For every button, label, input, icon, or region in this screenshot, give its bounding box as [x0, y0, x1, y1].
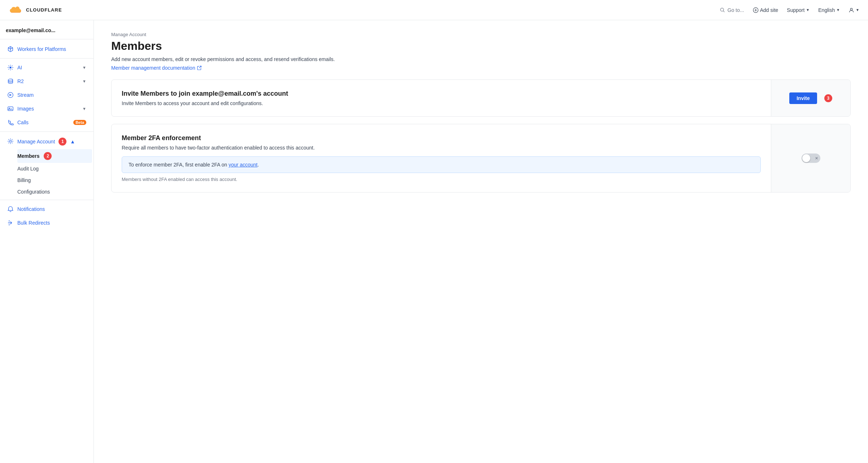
svg-point-9 [9, 220, 10, 221]
twofa-notice: To enforce member 2FA, first enable 2FA … [122, 156, 761, 173]
toggle-knob [802, 154, 810, 162]
sidebar-label-images: Images [17, 106, 79, 112]
sidebar-subitem-configurations[interactable]: Configurations [17, 186, 92, 198]
images-icon [7, 105, 14, 112]
twofa-account-link-label: your account [229, 162, 257, 168]
invite-card: Invite Members to join example@email.com… [111, 79, 851, 117]
user-menu[interactable]: ▼ [849, 7, 859, 13]
manage-account-badge: 1 [58, 138, 66, 146]
sidebar-label-notifications: Notifications [17, 206, 86, 212]
sidebar-item-images[interactable]: Images ▼ [1, 102, 92, 116]
sidebar-label-workers-for-platforms: Workers for Platforms [17, 46, 86, 52]
twofa-card-desc: Require all members to have two-factor a… [122, 145, 761, 151]
sidebar-divider-3 [0, 200, 94, 200]
gear-icon [7, 138, 14, 146]
logo-text: CLOUDFLARE [26, 7, 62, 13]
add-site-label: Add site [760, 7, 778, 13]
sidebar-divider-2 [0, 131, 94, 132]
page-description: Add new account members, edit or revoke … [111, 56, 851, 62]
sidebar-item-r2[interactable]: R2 ▼ [1, 74, 92, 88]
language-label: English [818, 7, 835, 13]
twofa-toggle[interactable]: ✕ [802, 153, 820, 163]
svg-point-8 [9, 140, 11, 142]
invite-button[interactable]: Invite [789, 92, 817, 104]
sidebar-item-ai[interactable]: AI ▼ [1, 61, 92, 74]
invite-action-group: Invite 3 [789, 92, 832, 104]
twofa-account-link[interactable]: your account [229, 162, 257, 168]
sidebar-item-bulk-redirects[interactable]: Bulk Redirects [1, 216, 92, 230]
members-label: Members [17, 153, 39, 159]
twofa-status-text: Members without 2FA enabled can access t… [122, 177, 761, 182]
main-content: Manage Account Members Add new account m… [94, 20, 868, 463]
manage-account-chevron-icon: ▲ [70, 139, 75, 144]
doc-link[interactable]: Member management documentation [111, 65, 202, 71]
invite-card-action: Invite 3 [771, 80, 850, 116]
sidebar-item-manage-account[interactable]: Manage Account 1 ▲ [1, 134, 92, 149]
r2-chevron-icon: ▼ [82, 79, 86, 83]
invite-card-desc: Invite Members to access your account an… [122, 100, 761, 106]
twofa-card-title: Member 2FA enforcement [122, 134, 761, 142]
manage-account-submenu: Members 2 Audit Log Billing Configuratio… [0, 149, 94, 198]
support-button[interactable]: Support ▼ [787, 7, 810, 13]
sidebar: example@email.co... Workers for Platform… [0, 20, 94, 463]
sidebar-item-workers-for-platforms[interactable]: Workers for Platforms [1, 42, 92, 56]
logo[interactable]: CLOUDFLARE [9, 5, 62, 15]
goto-button[interactable]: Go to... [720, 7, 744, 13]
user-chevron-icon: ▼ [856, 8, 859, 12]
invite-card-content: Invite Members to join example@email.com… [112, 80, 771, 116]
svg-point-10 [9, 225, 10, 225]
sidebar-item-stream[interactable]: Stream [1, 88, 92, 102]
configurations-label: Configurations [17, 189, 50, 195]
svg-point-3 [9, 66, 11, 68]
sidebar-label-r2: R2 [17, 78, 79, 84]
twofa-notice-text: To enforce member 2FA, first enable 2FA … [129, 162, 229, 168]
support-label: Support [787, 7, 804, 13]
svg-point-0 [720, 8, 724, 11]
toggle-x-icon: ✕ [815, 156, 818, 161]
language-chevron-icon: ▼ [836, 8, 840, 12]
sidebar-label-ai: AI [17, 65, 79, 70]
calls-icon [7, 119, 14, 126]
cube-icon [7, 46, 14, 52]
invite-card-title: Invite Members to join example@email.com… [122, 90, 761, 98]
twofa-notice-period: . [257, 162, 259, 168]
sidebar-label-stream: Stream [17, 92, 86, 98]
sidebar-subitem-members[interactable]: Members 2 [17, 149, 92, 163]
sidebar-label-bulk-redirects: Bulk Redirects [17, 220, 86, 226]
support-chevron-icon: ▼ [806, 8, 810, 12]
cloudflare-logo-icon [9, 5, 23, 15]
add-site-button[interactable]: Add site [753, 7, 778, 13]
calls-beta-badge: Beta [73, 120, 86, 125]
ai-icon [7, 64, 14, 71]
user-icon [849, 7, 854, 13]
svg-point-2 [850, 8, 852, 10]
top-navigation: CLOUDFLARE Go to... Add site Support ▼ E… [0, 0, 868, 20]
twofa-card-content: Member 2FA enforcement Require all membe… [112, 124, 771, 192]
sidebar-item-calls[interactable]: Calls Beta [1, 116, 92, 129]
svg-point-4 [8, 79, 13, 81]
sidebar-label-manage-account: Manage Account [17, 139, 55, 144]
sidebar-item-notifications[interactable]: Notifications [1, 202, 92, 216]
twofa-card-action: ✕ [771, 124, 850, 192]
sidebar-subitem-billing[interactable]: Billing [17, 174, 92, 186]
members-badge: 2 [44, 152, 52, 160]
r2-icon [7, 78, 14, 85]
images-chevron-icon: ▼ [82, 107, 86, 111]
doc-link-label: Member management documentation [111, 65, 195, 71]
sidebar-label-calls: Calls [17, 120, 70, 125]
breadcrumb: Manage Account [111, 32, 851, 37]
page-title: Members [111, 39, 851, 53]
twofa-card: Member 2FA enforcement Require all membe… [111, 124, 851, 192]
redirect-icon [7, 220, 14, 226]
sidebar-divider-1 [0, 58, 94, 59]
plus-circle-icon [753, 7, 759, 13]
goto-label: Go to... [728, 7, 744, 13]
billing-label: Billing [17, 177, 31, 183]
sidebar-subitem-audit-log[interactable]: Audit Log [17, 163, 92, 174]
sidebar-nav: Workers for Platforms AI ▼ [0, 39, 94, 233]
bell-icon [7, 206, 14, 212]
language-selector[interactable]: English ▼ [818, 7, 840, 13]
external-link-icon [197, 65, 202, 70]
invite-badge: 3 [824, 94, 832, 102]
ai-chevron-icon: ▼ [82, 65, 86, 70]
